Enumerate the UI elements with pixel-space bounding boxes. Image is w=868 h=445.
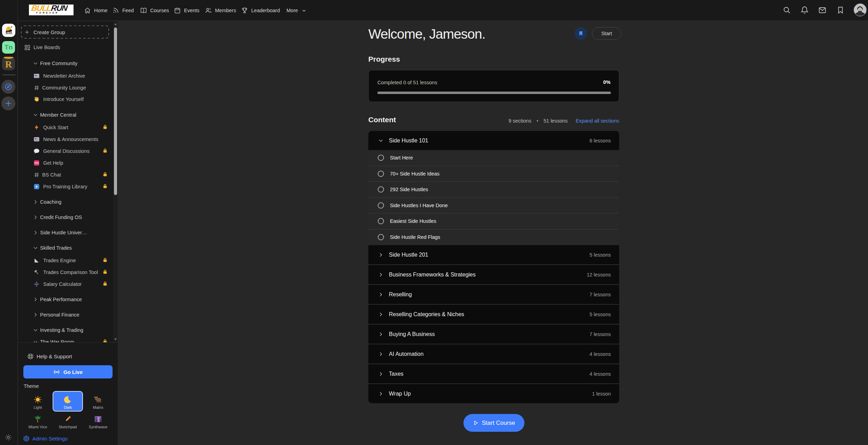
svg-text:SOS: SOS bbox=[34, 162, 39, 164]
